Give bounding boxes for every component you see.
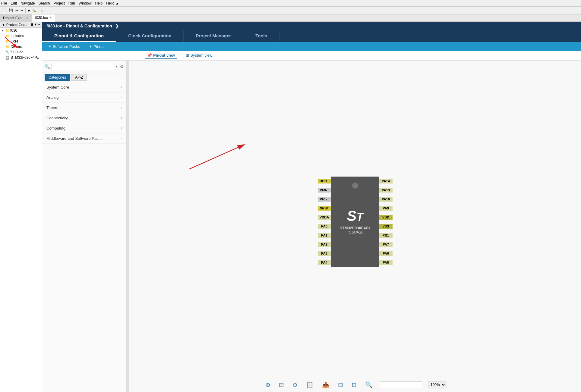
sidebar-toolbar-icon3[interactable]: ≡: [38, 23, 40, 27]
fit-button[interactable]: ⊡: [278, 380, 285, 390]
sidebar-toolbar-icon2[interactable]: ▼: [34, 23, 37, 27]
chevron-timers-icon: ›: [121, 105, 122, 110]
menu-search[interactable]: Search: [38, 1, 50, 5]
sidebar-item-drivers-label: Drivers: [11, 45, 22, 49]
copy-icon[interactable]: 📋: [305, 380, 315, 390]
category-item-middleware[interactable]: Middleware and Software Pac... ›: [42, 133, 126, 144]
tab-project-close[interactable]: ✕: [26, 16, 29, 20]
resize-handle[interactable]: [127, 61, 129, 392]
sidebar-item-core-label: Core: [11, 39, 18, 43]
pinout-view-button[interactable]: 📌 Pinout view: [145, 52, 177, 59]
category-item-computing[interactable]: Computing ›: [42, 123, 126, 133]
system-view-button[interactable]: ⊞ System view: [183, 52, 215, 59]
sidebar-toolbar-icon1[interactable]: ⊞: [30, 23, 33, 27]
pin-pb1: PB1: [379, 231, 396, 240]
pin-pa4: PA4: [314, 258, 331, 267]
zoom-in-button[interactable]: ⊕: [264, 380, 272, 390]
menu-bar: File Edit Navigate Search Project Run Wi…: [0, 0, 581, 7]
search-input[interactable]: [52, 63, 113, 70]
export-icon[interactable]: 📤: [321, 380, 331, 390]
toolbar: 📄 💾 ↩ ↪ ▶ 🐛 ℹ: [0, 7, 581, 14]
menu-window[interactable]: Window: [79, 1, 92, 5]
nav-tab-pinout[interactable]: Pinout & Configuration: [42, 30, 116, 42]
sidebar-item-core[interactable]: 📁 Core: [0, 39, 42, 44]
folder-includes-icon: 📁: [5, 34, 10, 38]
path-arrow-icon: ❯: [115, 24, 119, 28]
folder-expand-icon: ▼: [1, 29, 4, 32]
sidebar-item-includes-label: Includes: [11, 34, 24, 38]
pin-pa6: PA6: [379, 249, 396, 258]
menu-file[interactable]: File: [1, 1, 7, 5]
chip-package: TSSOP20: [347, 230, 363, 234]
cat-tab-categories[interactable]: Categories: [45, 74, 70, 81]
toolbar-new[interactable]: 📄: [1, 8, 7, 13]
chip-diagram: BOO.. PF0-.. PF1-.. NRST VDDA: [314, 177, 396, 267]
category-item-analog[interactable]: Analog ›: [42, 93, 126, 103]
toolbar-undo[interactable]: ↩: [14, 8, 19, 13]
category-item-connectivity[interactable]: Connectivity ›: [42, 113, 126, 123]
menu-help[interactable]: Help: [95, 1, 103, 5]
sidebar-item-f030[interactable]: ▼ 📁 f030: [0, 28, 42, 33]
search-bottom-icon: 🔍: [364, 380, 374, 390]
sidebar: ▼ Project Exp... ⊞ ▼ ≡ ▼ 📁 f030 📁: [0, 22, 42, 392]
tab-f030-ioc[interactable]: f030.ioc ✕: [32, 14, 55, 22]
tab-f030-close[interactable]: ✕: [49, 16, 52, 19]
zoom-out-button[interactable]: ⊖: [291, 380, 299, 390]
main-container: ▼ Project Exp... ⊞ ▼ ≡ ▼ 📁 f030 📁: [0, 22, 581, 392]
sidebar-item-includes[interactable]: 📁 Includes: [0, 33, 42, 39]
pin-pa1: PA1: [314, 231, 331, 240]
cat-tab-az[interactable]: A->Z: [71, 74, 87, 81]
pin-boot: BOO..: [314, 177, 331, 186]
sidebar-item-drivers[interactable]: 📁 Drivers: [0, 44, 42, 49]
menu-user[interactable]: Hello ▲: [106, 1, 119, 5]
chip-notch: [352, 183, 358, 189]
category-item-timers[interactable]: Timers ›: [42, 103, 126, 113]
sub-tab-software-packs[interactable]: ▼ Software Packs: [48, 44, 80, 49]
tab-project-explorer[interactable]: Project Exp... ✕: [0, 14, 32, 22]
chip-logo: ST: [347, 209, 363, 223]
pin-nrst-label: NRST: [318, 206, 331, 211]
pin-boot-label: BOO..: [318, 179, 331, 183]
sidebar-item-f030-ioc-label: f030.ioc: [11, 50, 23, 54]
bottom-zoom-dropdown[interactable]: 100% 75% 150%: [428, 381, 446, 388]
sub-tab-arrow-left: ▼: [48, 45, 52, 48]
nav-tab-clock[interactable]: Clock Configuration: [116, 30, 184, 42]
tab-f030-label: f030.ioc: [35, 16, 48, 20]
menu-run[interactable]: Run: [68, 1, 75, 5]
icon4[interactable]: ⊟: [350, 380, 358, 390]
chevron-computing-icon: ›: [121, 126, 122, 130]
pinout-view-label: Pinout view: [153, 53, 175, 58]
sidebar-item-stm32[interactable]: 🔲 STM32F030F4Px: [0, 55, 42, 60]
nav-tab-tools[interactable]: Tools: [243, 30, 279, 42]
pin-pa13: PA13: [379, 186, 396, 195]
category-item-system-core[interactable]: System Core ›: [42, 82, 126, 93]
bottom-search-input[interactable]: [380, 381, 422, 388]
toolbar-redo[interactable]: ↪: [20, 8, 24, 13]
pin-pa3-label: PA3: [318, 251, 331, 256]
folder-icon: 📁: [5, 28, 9, 33]
chevron-system-core-icon: ›: [121, 85, 122, 89]
sub-tab-software-label: Software Packs: [53, 44, 80, 49]
sidebar-item-f030-ioc[interactable]: 🔧 f030.ioc: [0, 49, 42, 55]
pin-vdda-label: VDDA: [318, 215, 331, 220]
sidebar-title: ▼ Project Exp... ⊞ ▼ ≡: [0, 22, 42, 28]
menu-navigate[interactable]: Navigate: [21, 1, 35, 5]
pin-vdd: VDD: [379, 213, 396, 222]
menu-project[interactable]: Project: [53, 1, 65, 5]
system-view-label: System view: [190, 53, 212, 58]
nav-tab-project[interactable]: Project Manager: [184, 30, 243, 42]
pin-pf0-label: PF0-..: [318, 188, 331, 193]
toolbar-help[interactable]: ℹ: [40, 8, 43, 13]
pin-pa3: PA3: [314, 249, 331, 258]
icon3[interactable]: ⊟: [337, 380, 344, 390]
toolbar-debug[interactable]: 🐛: [32, 8, 38, 13]
toolbar-save[interactable]: 💾: [8, 8, 14, 13]
search-dropdown-arrow[interactable]: ▼: [115, 65, 118, 68]
pin-nrst: NRST: [314, 204, 331, 213]
toolbar-run[interactable]: ▶: [27, 8, 31, 13]
chip-name: STM32F030F4Px: [339, 226, 371, 230]
settings-gear-icon[interactable]: ⚙: [120, 64, 124, 69]
menu-edit[interactable]: Edit: [11, 1, 17, 5]
sub-tab-pinout[interactable]: ▼ Pinout: [89, 44, 105, 49]
category-connectivity-label: Connectivity: [46, 116, 68, 120]
